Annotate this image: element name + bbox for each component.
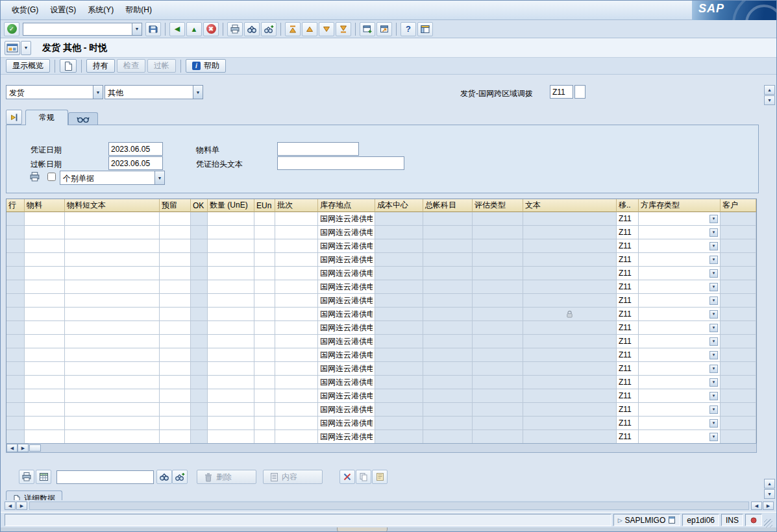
cell-quantity[interactable] (208, 253, 254, 267)
hold-button[interactable]: 持有 (86, 59, 115, 73)
cell-eun[interactable] (254, 253, 275, 267)
exit-button[interactable]: ▲ (186, 22, 202, 36)
cell-material_text[interactable] (65, 267, 160, 280)
cell-batch[interactable] (275, 335, 318, 348)
cell-storage_location[interactable]: 国网连云港供电 (318, 348, 375, 362)
cell-stock_type[interactable]: ▼ (639, 267, 721, 280)
column-header-customer[interactable]: 客户 (721, 199, 756, 212)
cell-material_text[interactable] (65, 417, 160, 430)
command-input[interactable] (23, 23, 132, 36)
new-document-button[interactable] (60, 59, 77, 73)
stock-type-dropdown-icon[interactable]: ▼ (709, 419, 718, 428)
column-header-text[interactable]: 文本 (523, 199, 617, 212)
column-header-ok[interactable]: OK (191, 199, 208, 212)
cell-batch[interactable] (275, 362, 318, 376)
cell-material[interactable] (25, 430, 65, 444)
menu-item[interactable]: 系统(Y) (82, 3, 119, 18)
scroll-up-button[interactable]: ▲ (764, 85, 775, 95)
column-header-eun[interactable]: EUn (254, 199, 275, 212)
reference-combo-value[interactable]: 其他 (105, 85, 193, 99)
scrollbar-thumb[interactable] (29, 444, 41, 452)
cell-material_text[interactable] (65, 239, 160, 253)
cell-material[interactable] (25, 417, 65, 430)
column-header-movement_type[interactable]: 移.. (617, 199, 639, 212)
cell-reservation[interactable] (160, 389, 191, 403)
stock-type-dropdown-icon[interactable]: ▼ (709, 433, 718, 441)
cell-material_text[interactable] (65, 212, 160, 226)
menu-item[interactable]: 帮助(H) (119, 3, 158, 18)
cell-storage_location[interactable]: 国网连云港供电 (318, 362, 375, 376)
scroll-left-button[interactable]: ◀ (6, 444, 18, 452)
print-checkbox[interactable] (47, 173, 56, 181)
cell-batch[interactable] (275, 280, 318, 294)
cell-stock_type[interactable]: ▼ (639, 321, 721, 335)
menu-item[interactable]: 收货(G) (6, 3, 44, 18)
cell-batch[interactable] (275, 389, 318, 403)
cell-quantity[interactable] (208, 267, 254, 280)
cell-material[interactable] (25, 294, 65, 308)
create-shortcut-button[interactable] (376, 22, 392, 36)
cell-quantity[interactable] (208, 362, 254, 376)
menu-item[interactable]: 设置(S) (44, 3, 82, 18)
cell-batch[interactable] (275, 348, 318, 362)
cell-stock_type[interactable]: ▼ (639, 417, 721, 430)
cell-movement_type[interactable]: Z11 (617, 403, 639, 417)
cell-stock_type[interactable]: ▼ (639, 348, 721, 362)
cell-material[interactable] (25, 321, 65, 335)
cell-quantity[interactable] (208, 417, 254, 430)
cell-eun[interactable] (254, 362, 275, 376)
cell-stock_type[interactable]: ▼ (639, 389, 721, 403)
cell-eun[interactable] (254, 389, 275, 403)
cell-eun[interactable] (254, 226, 275, 239)
cell-storage_location[interactable]: 国网连云港供电 (318, 376, 375, 389)
cell-batch[interactable] (275, 417, 318, 430)
copy-button[interactable] (356, 470, 371, 484)
cell-movement_type[interactable]: Z11 (617, 430, 639, 444)
cell-material_text[interactable] (65, 321, 160, 335)
cell-storage_location[interactable]: 国网连云港供电 (318, 389, 375, 403)
cell-quantity[interactable] (208, 376, 254, 389)
help-button[interactable]: ? (401, 22, 416, 36)
cell-batch[interactable] (275, 294, 318, 308)
special-stock-field[interactable] (574, 85, 586, 99)
post-button[interactable]: 过帐 (147, 59, 176, 73)
column-header-material_text[interactable]: 物料短文本 (65, 199, 160, 212)
cell-reservation[interactable] (160, 226, 191, 239)
cell-reservation[interactable] (160, 239, 191, 253)
cell-material_text[interactable] (65, 226, 160, 239)
cell-material[interactable] (25, 348, 65, 362)
stock-type-dropdown-icon[interactable]: ▼ (709, 283, 718, 291)
cell-material_text[interactable] (65, 280, 160, 294)
tab-partner[interactable] (68, 112, 98, 125)
scroll-left-button[interactable]: ◀ (5, 502, 16, 510)
cell-storage_location[interactable]: 国网连云港供电 (318, 267, 375, 280)
cell-reservation[interactable] (160, 321, 191, 335)
scrollbar-track[interactable] (41, 444, 756, 452)
command-dropdown-button[interactable]: ▼ (132, 23, 142, 36)
cell-batch[interactable] (275, 430, 318, 444)
cell-reservation[interactable] (160, 335, 191, 348)
cell-material_text[interactable] (65, 253, 160, 267)
material-slip-field[interactable] (277, 142, 359, 156)
cell-movement_type[interactable]: Z11 (617, 226, 639, 239)
cell-quantity[interactable] (208, 212, 254, 226)
cell-storage_location[interactable]: 国网连云港供电 (318, 430, 375, 444)
cell-material_text[interactable] (65, 335, 160, 348)
cell-batch[interactable] (275, 267, 318, 280)
cell-stock_type[interactable]: ▼ (639, 226, 721, 239)
play-triangle-icon[interactable]: ▷ (618, 517, 623, 524)
item-find-button[interactable] (156, 470, 172, 484)
cell-eun[interactable] (254, 417, 275, 430)
cell-storage_location[interactable]: 国网连云港供电 (318, 321, 375, 335)
cell-material[interactable] (25, 239, 65, 253)
cell-eun[interactable] (254, 376, 275, 389)
cell-reservation[interactable] (160, 308, 191, 321)
stock-type-dropdown-icon[interactable]: ▼ (709, 378, 718, 387)
cell-reservation[interactable] (160, 417, 191, 430)
cell-eun[interactable] (254, 212, 275, 226)
item-find-next-button[interactable] (172, 470, 188, 484)
cell-quantity[interactable] (208, 403, 254, 417)
slip-type-dropdown-button[interactable]: ▼ (154, 171, 165, 185)
cell-material[interactable] (25, 308, 65, 321)
cell-movement_type[interactable]: Z11 (617, 253, 639, 267)
